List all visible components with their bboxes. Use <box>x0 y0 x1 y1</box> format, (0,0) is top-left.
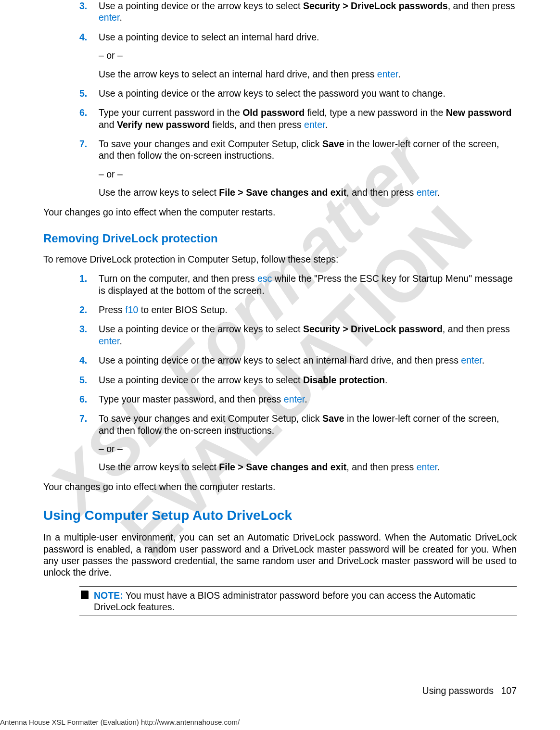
footer-section: Using passwords <box>422 685 494 696</box>
list-body: Use a pointing device or the arrow keys … <box>99 88 517 99</box>
key-name: f10 <box>125 304 138 315</box>
note-body-text: You must have a BIOS administrator passw… <box>94 590 475 612</box>
list-body: Use a pointing device or the arrow keys … <box>99 354 517 366</box>
svg-point-4 <box>83 592 84 592</box>
key-name: enter <box>461 355 482 365</box>
key-name: enter <box>377 69 398 79</box>
list-number: 5. <box>79 88 99 99</box>
list-paragraph: To save your changes and exit Computer S… <box>99 413 517 436</box>
list-paragraph: Use a pointing device or the arrow keys … <box>99 323 517 347</box>
list-number: 7. <box>79 413 99 473</box>
list-body: Use a pointing device or the arrow keys … <box>99 374 517 386</box>
list-body: Use a pointing device to select an inter… <box>99 31 517 80</box>
list-body: Press f10 to enter BIOS Setup. <box>99 304 517 315</box>
ordered-list-2: 1.Turn on the computer, and then press e… <box>79 273 517 473</box>
list-item: 5.Use a pointing device or the arrow key… <box>79 374 517 386</box>
closing-para-2: Your changes go into effect when the com… <box>43 481 517 492</box>
page-content: 3.Use a pointing device or the arrow key… <box>43 0 517 616</box>
key-name: enter <box>417 187 437 198</box>
note-text: NOTE: You must have a BIOS administrator… <box>94 590 517 613</box>
note-icon <box>79 590 90 613</box>
list-body: Type your current password in the Old pa… <box>99 107 517 130</box>
list-paragraph: Use the arrow keys to select File > Save… <box>99 187 517 198</box>
list-body: Type your master password, and then pres… <box>99 393 517 405</box>
page-footer: Using passwords 107 <box>422 685 517 696</box>
svg-point-3 <box>82 592 83 592</box>
ordered-list-1: 3.Use a pointing device or the arrow key… <box>79 0 517 199</box>
list-item: 7.To save your changes and exit Computer… <box>79 413 517 473</box>
list-paragraph: – or – <box>99 50 517 61</box>
list-number: 7. <box>79 138 99 199</box>
note-label: NOTE: <box>94 590 123 601</box>
list-item: 7.To save your changes and exit Computer… <box>79 138 517 199</box>
footer-page-number: 107 <box>501 685 517 696</box>
list-paragraph: To save your changes and exit Computer S… <box>99 138 517 162</box>
list-paragraph: Type your current password in the Old pa… <box>99 107 517 130</box>
key-name: enter <box>99 336 119 346</box>
list-item: 4.Use a pointing device or the arrow key… <box>79 354 517 366</box>
svg-point-5 <box>84 592 85 592</box>
list-number: 3. <box>79 0 99 24</box>
list-paragraph: Use a pointing device to select an inter… <box>99 31 517 43</box>
list-item: 1.Turn on the computer, and then press e… <box>79 273 517 296</box>
list-number: 4. <box>79 31 99 80</box>
list-paragraph: Use the arrow keys to select an internal… <box>99 68 517 80</box>
list-item: 5.Use a pointing device or the arrow key… <box>79 88 517 99</box>
list-number: 5. <box>79 374 99 386</box>
list-paragraph: Use a pointing device or the arrow keys … <box>99 354 517 366</box>
list-item: 6.Type your current password in the Old … <box>79 107 517 130</box>
list-paragraph: Press f10 to enter BIOS Setup. <box>99 304 517 315</box>
list-paragraph: – or – <box>99 168 517 180</box>
key-name: esc <box>257 273 272 284</box>
list-body: Turn on the computer, and then press esc… <box>99 273 517 296</box>
list-number: 2. <box>79 304 99 315</box>
list-paragraph: Use a pointing device or the arrow keys … <box>99 88 517 99</box>
evaluation-footer: Antenna House XSL Formatter (Evaluation)… <box>0 718 240 726</box>
remove-intro: To remove DriveLock protection in Comput… <box>43 253 517 265</box>
list-number: 6. <box>79 393 99 405</box>
list-paragraph: Use a pointing device or the arrow keys … <box>99 0 517 24</box>
list-paragraph: Turn on the computer, and then press esc… <box>99 273 517 296</box>
list-number: 1. <box>79 273 99 296</box>
list-number: 4. <box>79 354 99 366</box>
note-box: NOTE: You must have a BIOS administrator… <box>79 586 517 617</box>
list-paragraph: Use the arrow keys to select File > Save… <box>99 461 517 473</box>
auto-intro: In a multiple-user environment, you can … <box>43 531 517 579</box>
key-name: enter <box>304 119 325 130</box>
closing-para-1: Your changes go into effect when the com… <box>43 206 517 218</box>
list-number: 3. <box>79 323 99 347</box>
heading-removing-drivelock: Removing DriveLock protection <box>43 231 517 246</box>
list-number: 6. <box>79 107 99 130</box>
list-body: To save your changes and exit Computer S… <box>99 138 517 199</box>
list-body: Use a pointing device or the arrow keys … <box>99 0 517 24</box>
list-item: 3.Use a pointing device or the arrow key… <box>79 0 517 24</box>
list-item: 6.Type your master password, and then pr… <box>79 393 517 405</box>
list-paragraph: Use a pointing device or the arrow keys … <box>99 374 517 386</box>
key-name: enter <box>284 394 305 404</box>
heading-auto-drivelock: Using Computer Setup Auto DriveLock <box>43 507 517 524</box>
document-page: XSL Formatter EVALUATION 3.Use a pointin… <box>0 0 560 730</box>
list-paragraph: Type your master password, and then pres… <box>99 393 517 405</box>
list-item: 4.Use a pointing device to select an int… <box>79 31 517 80</box>
key-name: enter <box>99 12 119 23</box>
list-item: 3.Use a pointing device or the arrow key… <box>79 323 517 347</box>
list-body: To save your changes and exit Computer S… <box>99 413 517 473</box>
list-paragraph: – or – <box>99 443 517 454</box>
key-name: enter <box>417 462 437 472</box>
list-body: Use a pointing device or the arrow keys … <box>99 323 517 347</box>
list-item: 2.Press f10 to enter BIOS Setup. <box>79 304 517 315</box>
